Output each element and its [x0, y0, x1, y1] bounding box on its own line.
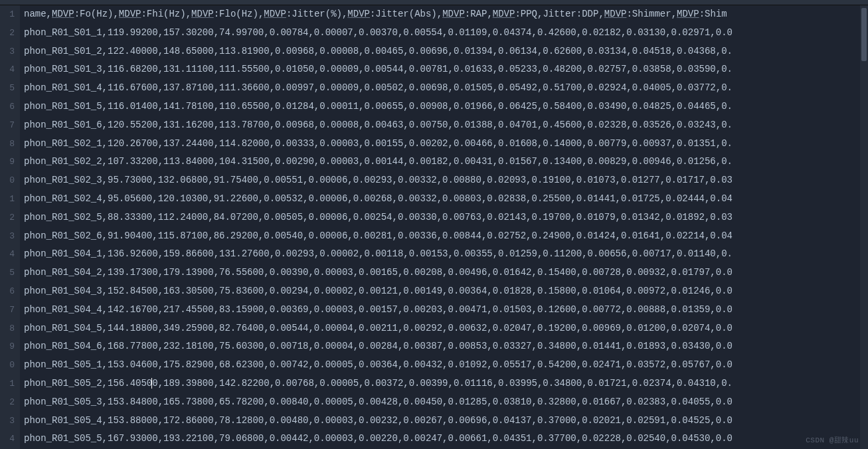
csv-data-line: phon_R01_S01_2,122.40000,148.65000,113.8…	[24, 43, 868, 61]
line-number: 1	[0, 375, 15, 393]
line-number: 9	[0, 153, 15, 171]
header-keyword: MDVP	[52, 9, 74, 19]
csv-data-line: phon_R01_S04_6,168.77800,232.18100,75.60…	[24, 337, 868, 356]
csv-data-line: phon_R01_S04_1,136.92600,159.86600,131.2…	[24, 245, 868, 264]
line-number: 3	[0, 43, 15, 61]
header-keyword: MDVP	[119, 9, 141, 19]
header-keyword: MDVP	[677, 9, 699, 19]
line-number: 2	[0, 209, 15, 227]
csv-data-line: phon_R01_S01_6,120.55200,131.16200,113.7…	[24, 116, 868, 135]
line-number: 3	[0, 412, 15, 430]
csv-data-line: phon_R01_S05_2,156.40500,189.39800,142.8…	[24, 375, 868, 393]
header-keyword: MDVP	[347, 9, 370, 19]
header-keyword: MDVP	[604, 9, 627, 19]
line-number: 7	[0, 116, 15, 135]
line-number: 5	[0, 264, 15, 282]
csv-data-line: phon_R01_S05_4,153.88000,172.86000,78.12…	[24, 412, 868, 430]
line-number: 4	[0, 60, 15, 79]
csv-data-line: phon_R01_S04_2,139.17300,179.13900,76.55…	[24, 264, 868, 282]
csv-data-line: phon_R01_S02_3,95.73000,132.06800,91.754…	[24, 171, 868, 190]
line-number-gutter: 123456789012345678901234	[0, 5, 20, 449]
line-number: 1	[0, 5, 15, 24]
csv-data-line: phon_R01_S04_4,142.16700,217.45500,83.15…	[24, 301, 868, 319]
csv-data-line: 💡phon_R01_S05_1,153.04600,175.82900,68.6…	[24, 356, 868, 375]
line-number: 4	[0, 245, 15, 264]
line-number: 9	[0, 337, 15, 356]
csv-data-line: phon_R01_S02_2,107.33200,113.84000,104.3…	[24, 153, 868, 171]
header-keyword: MDVP	[493, 9, 515, 19]
csv-data-line: phon_R01_S01_4,116.67600,137.87100,111.3…	[24, 79, 868, 98]
line-number: 2	[0, 393, 15, 412]
csv-data-line: phon_R01_S02_5,88.33300,112.24000,84.072…	[24, 209, 868, 227]
line-number: 6	[0, 282, 15, 301]
csv-header-line: name,MDVP:Fo(Hz),MDVP:Fhi(Hz),MDVP:Flo(H…	[24, 5, 868, 24]
csv-data-line: phon_R01_S05_5,167.93000,193.22100,79.06…	[24, 430, 868, 448]
line-number: 2	[0, 24, 15, 43]
line-number: 5	[0, 79, 15, 98]
scrollbar-thumb[interactable]	[861, 8, 867, 61]
csv-data-line: phon_R01_S04_5,144.18800,349.25900,82.76…	[24, 319, 868, 338]
code-area[interactable]: name,MDVP:Fo(Hz),MDVP:Fhi(Hz),MDVP:Flo(H…	[20, 5, 868, 449]
csv-data-line: phon_R01_S01_1,119.99200,157.30200,74.99…	[24, 24, 868, 43]
csv-data-line: phon_R01_S05_3,153.84800,165.73800,65.78…	[24, 393, 868, 412]
code-editor[interactable]: 123456789012345678901234 name,MDVP:Fo(Hz…	[0, 5, 868, 449]
header-keyword: MDVP	[264, 9, 286, 19]
line-number: 7	[0, 301, 15, 319]
line-number: 4	[0, 430, 15, 448]
line-number: 8	[0, 319, 15, 338]
line-number: 0	[0, 171, 15, 190]
line-number: 3	[0, 227, 15, 246]
csv-data-line: phon_R01_S01_5,116.01400,141.78100,110.6…	[24, 98, 868, 116]
csv-data-line: phon_R01_S02_4,95.05600,120.10300,91.226…	[24, 190, 868, 209]
csv-data-line: phon_R01_S02_1,120.26700,137.24400,114.8…	[24, 135, 868, 153]
csv-data-line: phon_R01_S01_3,116.68200,131.11100,111.5…	[24, 60, 868, 79]
watermark-text: CSDN @甜辣uu	[806, 435, 859, 445]
csv-data-line: phon_R01_S02_6,91.90400,115.87100,86.292…	[24, 227, 868, 246]
line-number: 6	[0, 98, 15, 116]
line-number: 1	[0, 190, 15, 209]
line-number: 8	[0, 135, 15, 153]
csv-data-line: phon_R01_S04_3,152.84500,163.30500,75.83…	[24, 282, 868, 301]
header-keyword: MDVP	[191, 9, 214, 19]
window-topbar	[0, 0, 868, 5]
header-prefix: name,	[24, 9, 52, 19]
header-keyword: MDVP	[442, 9, 465, 19]
line-number: 0	[0, 356, 15, 375]
vertical-scrollbar[interactable]	[860, 5, 868, 449]
